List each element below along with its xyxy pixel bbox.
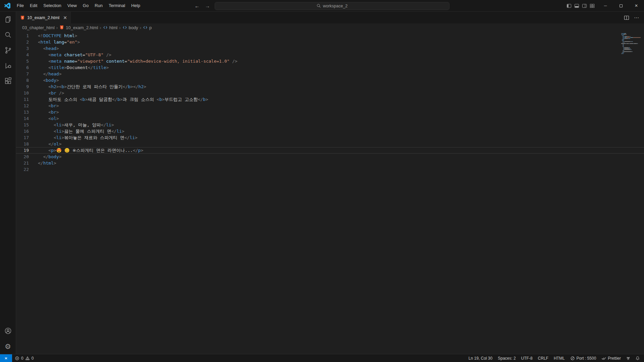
status-prettier[interactable]: Prettier — [599, 354, 624, 362]
code-line[interactable]: 13 <br> — [16, 109, 644, 115]
chevron-right-icon: › — [140, 25, 141, 30]
code-text: <html lang="en"> — [29, 39, 80, 45]
menu-bar: FileEditSelectionViewGoRunTerminalHelp — [14, 0, 143, 11]
status-indentation[interactable]: Spaces: 2 — [495, 354, 518, 362]
code-text: <li>끓는 물에 스파게티 면</li> — [29, 128, 124, 134]
back-arrow-icon[interactable]: ← — [195, 3, 200, 9]
breadcrumb-item-p[interactable]: p — [143, 25, 152, 30]
menu-run[interactable]: Run — [92, 2, 106, 10]
line-number: 1 — [16, 33, 29, 39]
line-number: 8 — [16, 77, 29, 83]
code-text: </ol> — [29, 141, 61, 147]
breadcrumb-item-03-chapter-html[interactable]: 03_chapter_html — [22, 25, 55, 30]
minimize-button[interactable]: ─ — [598, 0, 613, 12]
menu-edit[interactable]: Edit — [27, 2, 40, 10]
code-text: <meta charset="UTF-8" /> — [29, 52, 111, 58]
code-text: <h2><b>간단한 로제 파스타 만들기</b></h2> — [29, 83, 146, 90]
svg-text:5: 5 — [22, 16, 23, 19]
menu-help[interactable]: Help — [128, 2, 143, 10]
code-text: <br> — [29, 109, 59, 115]
layout-controls — [566, 3, 595, 9]
line-number: 13 — [16, 109, 29, 115]
code-line[interactable]: 5 <meta name="viewport" content="width=d… — [16, 58, 644, 64]
code-line[interactable]: 12 <br> — [16, 103, 644, 109]
status-live-server-port[interactable]: Port : 5500 — [568, 354, 599, 362]
toggle-sidebar-icon[interactable] — [566, 3, 572, 9]
accounts-icon[interactable] — [0, 323, 16, 339]
line-number: 18 — [16, 141, 29, 147]
code-line[interactable]: 2<html lang="en"> — [16, 39, 644, 45]
tab-close-icon[interactable]: ✕ — [63, 15, 67, 20]
code-line[interactable]: 8 <body> — [16, 77, 644, 83]
tab-10-exam-2[interactable]: 5 10_exam_2.html ✕ — [16, 12, 71, 23]
code-line[interactable]: 7 </head> — [16, 71, 644, 77]
line-number: 14 — [16, 115, 29, 122]
code-line[interactable]: 15 <li>새우, 마늘, 양파</li> — [16, 122, 644, 128]
breadcrumb-item-10-exam-2-html[interactable]: 510_exam_2.html — [59, 25, 98, 30]
breadcrumb: 03_chapter_html›510_exam_2.html›html›bod… — [16, 23, 644, 32]
menu-selection[interactable]: Selection — [40, 2, 64, 10]
tab-bar: 5 10_exam_2.html ✕ ⋯ — [16, 12, 644, 23]
notifications[interactable] — [633, 354, 644, 362]
breadcrumb-item-html[interactable]: html — [103, 25, 118, 30]
code-line[interactable]: 14 <ol> — [16, 115, 644, 122]
settings-gear-icon[interactable]: ⚙ — [0, 339, 16, 354]
code-line[interactable]: 6 <title>Document</title> — [16, 64, 644, 71]
code-line[interactable]: 1<!DOCTYPE html> — [16, 33, 644, 39]
code-line[interactable]: 9 <h2><b>간단한 로제 파스타 만들기</b></h2> — [16, 83, 644, 90]
line-number: 20 — [16, 154, 29, 160]
menu-view[interactable]: View — [64, 2, 80, 10]
line-number: 4 — [16, 52, 29, 58]
code-line[interactable]: 20 </body> — [16, 154, 644, 160]
toggle-secondary-sidebar-icon[interactable] — [582, 3, 587, 9]
close-button[interactable]: ✕ — [629, 0, 644, 12]
status-cursor-position[interactable]: Ln 19, Col 30 — [466, 354, 495, 362]
bell-icon — [635, 356, 640, 361]
problems-status[interactable]: 0 0 — [12, 354, 36, 362]
run-debug-icon[interactable] — [0, 58, 16, 73]
code-line[interactable]: 17 <li>볶아놓은 재료와 스파게티 면</li> — [16, 134, 644, 141]
forward-arrow-icon[interactable]: → — [205, 3, 210, 9]
minimap[interactable] — [621, 33, 641, 55]
status-encoding[interactable]: UTF-8 — [519, 354, 535, 362]
remote-indicator[interactable] — [0, 354, 12, 362]
command-center-search[interactable]: workspace_2 — [215, 2, 449, 10]
toggle-panel-icon[interactable] — [574, 3, 580, 9]
code-text: </html> — [29, 160, 56, 166]
menu-file[interactable]: File — [14, 2, 27, 10]
line-number: 3 — [16, 45, 29, 52]
warning-icon — [25, 356, 30, 361]
line-number: 11 — [16, 96, 29, 103]
explorer-icon[interactable] — [0, 12, 16, 27]
split-editor-icon[interactable] — [624, 15, 629, 20]
status-language-mode[interactable]: HTML — [551, 354, 568, 362]
code-line[interactable]: 18 </ol> — [16, 141, 644, 147]
line-number: 21 — [16, 160, 29, 166]
extensions-icon[interactable] — [0, 73, 16, 89]
code-text — [29, 166, 38, 173]
menu-go[interactable]: Go — [80, 2, 92, 10]
chevron-right-icon: › — [119, 25, 120, 30]
code-line[interactable]: 22 — [16, 166, 644, 173]
code-line[interactable]: 10 <br /> — [16, 90, 644, 96]
search-sidebar-icon[interactable] — [0, 27, 16, 43]
customize-layout-icon[interactable] — [589, 3, 595, 9]
code-line[interactable]: 11 토마토 소스의 <b>새콤 달콤함</b>과 크림 소스의 <b>부드럽고… — [16, 96, 644, 103]
code-text: <head> — [29, 45, 59, 52]
menu-terminal[interactable]: Terminal — [106, 2, 128, 10]
code-line[interactable]: 16 <li>끓는 물에 스파게티 면</li> — [16, 128, 644, 134]
code-line[interactable]: 19 <p>😍 😊 ※스파게티 면은 라면이나...</p> — [16, 147, 644, 154]
code-text: <li>새우, 마늘, 양파</li> — [29, 122, 114, 128]
status-eol[interactable]: CRLF — [535, 354, 551, 362]
code-line[interactable]: 4 <meta charset="UTF-8" /> — [16, 52, 644, 58]
live-server-broadcast[interactable] — [624, 354, 633, 362]
source-control-icon[interactable] — [0, 43, 16, 58]
code-editor[interactable]: 1<!DOCTYPE html>2<html lang="en">3 <head… — [16, 32, 644, 354]
code-text: 토마토 소스의 <b>새콤 달콤함</b>과 크림 소스의 <b>부드럽고 고소… — [29, 96, 208, 103]
maximize-button[interactable] — [613, 0, 629, 12]
more-actions-icon[interactable]: ⋯ — [634, 15, 639, 21]
code-line[interactable]: 21</html> — [16, 160, 644, 166]
code-line[interactable]: 3 <head> — [16, 45, 644, 52]
line-number: 9 — [16, 83, 29, 90]
breadcrumb-item-body[interactable]: body — [122, 25, 138, 30]
